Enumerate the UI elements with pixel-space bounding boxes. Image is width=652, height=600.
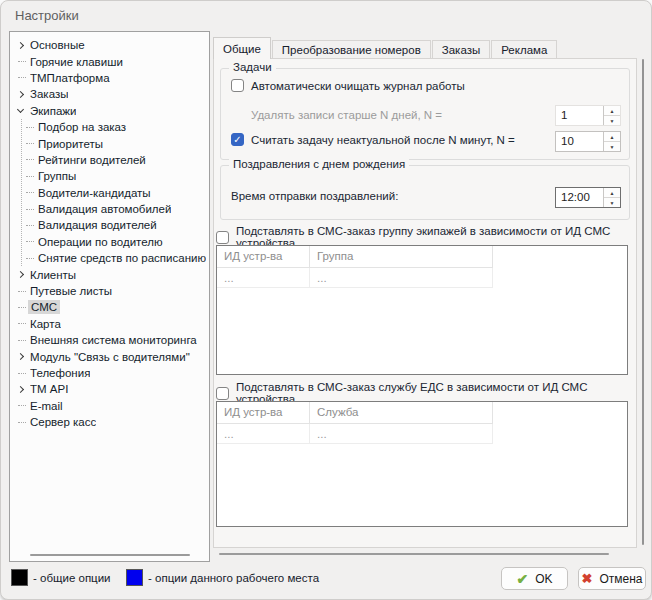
tree-item-podbor[interactable]: Подбор на заказ <box>22 119 209 135</box>
tree-item-klienty[interactable]: Клиенты <box>10 266 209 282</box>
cancel-button-label: Отмена <box>599 572 642 586</box>
tree-item-validacia-avto[interactable]: Валидация автомобилей <box>22 201 209 217</box>
tree-item-prioritety[interactable]: Приоритеты <box>22 135 209 151</box>
tree-item-server-kass[interactable]: Сервер касс <box>10 414 209 430</box>
tab-page-obshchie: Задачи Автоматически очищать журнал рабо… <box>213 58 637 548</box>
tree-item-label: Заказы <box>30 88 68 100</box>
stale-task-value[interactable]: 10 <box>556 132 603 151</box>
table-cell[interactable]: ... <box>217 424 310 444</box>
table-header-cell[interactable]: Группа <box>310 246 493 268</box>
tree-children-ekipazhi: Подбор на заказ Приоритеты Рейтинги води… <box>21 119 209 267</box>
tab-zakazy[interactable]: Заказы <box>432 40 490 59</box>
settings-tree: Основные Горячие клавиши ТМПлатформа Зак… <box>9 31 210 562</box>
black-swatch-icon <box>11 569 28 586</box>
x-icon: ✖ <box>582 571 593 586</box>
chevron-right-icon[interactable] <box>17 386 24 393</box>
tree-connector <box>26 225 34 226</box>
tree-item-telefonia[interactable]: Телефония <box>10 365 209 381</box>
tree-item-label: Модуль "Связь с водителями" <box>30 351 190 363</box>
tree-item-tm-api[interactable]: ТМ API <box>10 381 209 397</box>
window-title: Настройки <box>15 8 79 23</box>
tree-connector <box>26 258 34 259</box>
tree-item-karta[interactable]: Карта <box>10 316 209 332</box>
chevron-right-icon[interactable] <box>17 271 24 278</box>
birthday-time-spinner[interactable]: 12:00 ▲▼ <box>555 187 621 208</box>
tree-item-monitoring[interactable]: Внешняя система мониторинга <box>10 332 209 348</box>
tree-item-gruppy[interactable]: Группы <box>22 168 209 184</box>
tab-preobrazovanie-nomerov[interactable]: Преобразование номеров <box>272 40 431 59</box>
tasks-group-title: Задачи <box>229 61 276 73</box>
tree-item-modul-svyaz[interactable]: Модуль "Связь с водителями" <box>10 348 209 364</box>
table-header-cell-empty <box>493 402 583 424</box>
chevron-right-icon[interactable] <box>17 353 24 360</box>
chevron-right-icon[interactable] <box>17 91 24 98</box>
tab-obshchie[interactable]: Общие <box>213 37 271 59</box>
stale-task-checkbox[interactable]: ✓ <box>231 133 244 146</box>
table-cell[interactable]: ... <box>310 268 493 288</box>
tree-item-hotkeys[interactable]: Горячие клавиши <box>10 53 209 69</box>
group-substitution-checkbox[interactable] <box>216 231 229 244</box>
eds-substitution-table[interactable]: ИД устр-ва Служба ... ... <box>216 401 628 527</box>
spinner-down-icon[interactable]: ▼ <box>604 198 620 207</box>
chevron-right-icon[interactable] <box>17 42 24 49</box>
delete-older-value[interactable]: 1 <box>556 106 603 125</box>
tree-connector <box>26 159 34 160</box>
content-vertical-scrollbar[interactable] <box>642 59 644 545</box>
tree-horizontal-scrollbar[interactable] <box>30 554 190 556</box>
tree-item-putevye[interactable]: Путевые листы <box>10 283 209 299</box>
tree-connector <box>18 77 26 78</box>
tree-item-label: ТМПлатформа <box>30 72 110 84</box>
chevron-down-icon[interactable] <box>17 106 24 113</box>
eds-substitution-checkbox[interactable] <box>216 387 229 400</box>
table-row[interactable]: ... ... <box>217 424 627 444</box>
spinner-down-icon[interactable]: ▼ <box>604 116 620 125</box>
tree-item-label: Карта <box>30 318 61 330</box>
spinner-buttons: ▲▼ <box>603 106 620 125</box>
tree-item-operacii[interactable]: Операции по водителю <box>22 234 209 250</box>
tree-item-ekipazhi[interactable]: Экипажи <box>10 103 209 119</box>
tree-item-label: Валидация водителей <box>38 219 157 231</box>
tree-item-snyatie[interactable]: Снятие средств по расписанию <box>22 250 209 266</box>
tree-connector <box>18 405 26 406</box>
tree-item-email[interactable]: E-mail <box>10 398 209 414</box>
tree-item-reitingi[interactable]: Рейтинги водителей <box>22 152 209 168</box>
table-row[interactable]: ... ... <box>217 268 627 288</box>
spinner-up-icon[interactable]: ▲ <box>604 106 620 116</box>
tree-item-osnovnye[interactable]: Основные <box>10 37 209 53</box>
tree-connector <box>26 192 34 193</box>
tree-item-zakazy[interactable]: Заказы <box>10 86 209 102</box>
content-horizontal-scrollbar[interactable] <box>219 553 609 555</box>
ok-button[interactable]: ✔ OK <box>501 567 568 590</box>
tree-connector <box>18 307 26 308</box>
tree-connector <box>18 323 26 324</box>
table-header-cell[interactable]: Служба <box>310 402 493 424</box>
tree-item-kandidaty[interactable]: Водители-кандидаты <box>22 185 209 201</box>
table-header-cell-empty <box>493 246 583 268</box>
delete-older-spinner[interactable]: 1 ▲▼ <box>555 105 621 126</box>
tree-item-sms[interactable]: СМС <box>10 299 209 315</box>
spinner-up-icon[interactable]: ▲ <box>604 188 620 198</box>
legend-label: - общие опции <box>33 572 111 584</box>
table-cell[interactable]: ... <box>217 268 310 288</box>
tree-item-tmplatform[interactable]: ТМПлатформа <box>10 70 209 86</box>
spinner-up-icon[interactable]: ▲ <box>604 132 620 142</box>
tree-connector <box>26 176 34 177</box>
tab-reklama[interactable]: Реклама <box>491 40 557 59</box>
tree-item-validacia-vod[interactable]: Валидация водителей <box>22 217 209 233</box>
stale-task-spinner[interactable]: 10 ▲▼ <box>555 131 621 152</box>
table-header-cell[interactable]: ИД устр-ва <box>217 402 310 424</box>
tree-connector <box>18 422 26 423</box>
tree-connector <box>18 340 26 341</box>
delete-older-label: Удалять записи старше N дней, N = <box>251 109 442 121</box>
auto-clear-checkbox[interactable] <box>231 79 244 92</box>
cancel-button[interactable]: ✖ Отмена <box>578 567 646 590</box>
tree-item-label: Основные <box>30 39 85 51</box>
group-substitution-table[interactable]: ИД устр-ва Группа ... ... <box>216 245 628 375</box>
legend-common-options: - общие опции <box>11 569 111 586</box>
table-header-cell[interactable]: ИД устр-ва <box>217 246 310 268</box>
table-cell[interactable]: ... <box>310 424 493 444</box>
spinner-down-icon[interactable]: ▼ <box>604 142 620 151</box>
birthday-time-value[interactable]: 12:00 <box>556 188 603 207</box>
tree-item-label: Экипажи <box>30 105 76 117</box>
tree-item-label: Клиенты <box>30 269 76 281</box>
